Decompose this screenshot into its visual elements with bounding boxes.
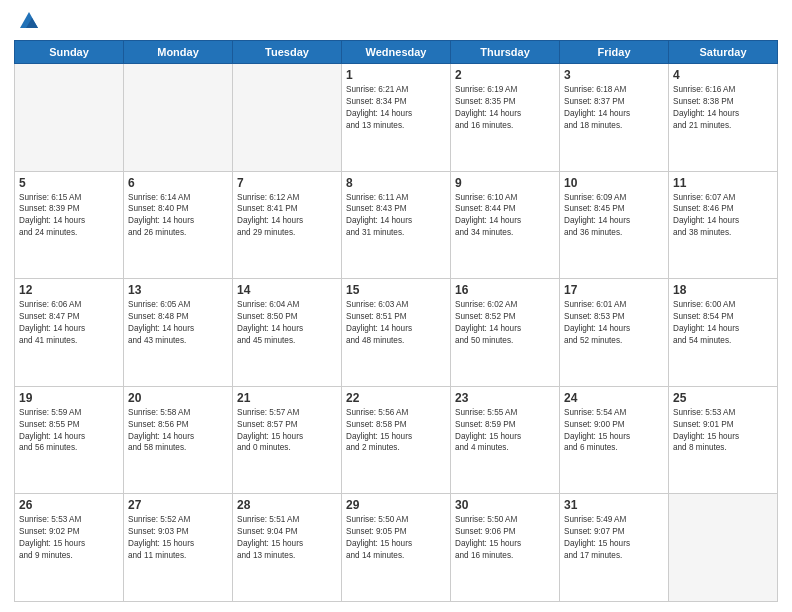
day-info: Sunrise: 6:05 AMSunset: 8:48 PMDaylight:… [128, 299, 228, 347]
table-row: 22Sunrise: 5:56 AMSunset: 8:58 PMDayligh… [342, 386, 451, 494]
logo [14, 10, 40, 32]
day-number: 25 [673, 391, 773, 405]
table-row: 30Sunrise: 5:50 AMSunset: 9:06 PMDayligh… [451, 494, 560, 602]
table-row: 18Sunrise: 6:00 AMSunset: 8:54 PMDayligh… [669, 279, 778, 387]
table-row: 17Sunrise: 6:01 AMSunset: 8:53 PMDayligh… [560, 279, 669, 387]
day-info: Sunrise: 5:54 AMSunset: 9:00 PMDaylight:… [564, 407, 664, 455]
table-row [233, 64, 342, 172]
day-number: 19 [19, 391, 119, 405]
table-row: 7Sunrise: 6:12 AMSunset: 8:41 PMDaylight… [233, 171, 342, 279]
day-info: Sunrise: 6:21 AMSunset: 8:34 PMDaylight:… [346, 84, 446, 132]
header-thursday: Thursday [451, 41, 560, 64]
calendar-week-row: 5Sunrise: 6:15 AMSunset: 8:39 PMDaylight… [15, 171, 778, 279]
table-row: 20Sunrise: 5:58 AMSunset: 8:56 PMDayligh… [124, 386, 233, 494]
day-number: 23 [455, 391, 555, 405]
table-row: 15Sunrise: 6:03 AMSunset: 8:51 PMDayligh… [342, 279, 451, 387]
table-row: 9Sunrise: 6:10 AMSunset: 8:44 PMDaylight… [451, 171, 560, 279]
calendar-week-row: 26Sunrise: 5:53 AMSunset: 9:02 PMDayligh… [15, 494, 778, 602]
page: Sunday Monday Tuesday Wednesday Thursday… [0, 0, 792, 612]
day-info: Sunrise: 5:50 AMSunset: 9:05 PMDaylight:… [346, 514, 446, 562]
table-row: 10Sunrise: 6:09 AMSunset: 8:45 PMDayligh… [560, 171, 669, 279]
table-row: 4Sunrise: 6:16 AMSunset: 8:38 PMDaylight… [669, 64, 778, 172]
table-row: 6Sunrise: 6:14 AMSunset: 8:40 PMDaylight… [124, 171, 233, 279]
day-info: Sunrise: 5:59 AMSunset: 8:55 PMDaylight:… [19, 407, 119, 455]
day-number: 6 [128, 176, 228, 190]
day-number: 17 [564, 283, 664, 297]
day-number: 1 [346, 68, 446, 82]
table-row [669, 494, 778, 602]
table-row: 1Sunrise: 6:21 AMSunset: 8:34 PMDaylight… [342, 64, 451, 172]
day-number: 3 [564, 68, 664, 82]
day-number: 22 [346, 391, 446, 405]
table-row: 14Sunrise: 6:04 AMSunset: 8:50 PMDayligh… [233, 279, 342, 387]
weekday-header-row: Sunday Monday Tuesday Wednesday Thursday… [15, 41, 778, 64]
day-number: 15 [346, 283, 446, 297]
table-row: 21Sunrise: 5:57 AMSunset: 8:57 PMDayligh… [233, 386, 342, 494]
day-number: 24 [564, 391, 664, 405]
header [14, 10, 778, 32]
table-row: 19Sunrise: 5:59 AMSunset: 8:55 PMDayligh… [15, 386, 124, 494]
day-info: Sunrise: 5:53 AMSunset: 9:01 PMDaylight:… [673, 407, 773, 455]
day-info: Sunrise: 6:14 AMSunset: 8:40 PMDaylight:… [128, 192, 228, 240]
table-row: 8Sunrise: 6:11 AMSunset: 8:43 PMDaylight… [342, 171, 451, 279]
calendar-week-row: 12Sunrise: 6:06 AMSunset: 8:47 PMDayligh… [15, 279, 778, 387]
day-info: Sunrise: 6:12 AMSunset: 8:41 PMDaylight:… [237, 192, 337, 240]
table-row: 29Sunrise: 5:50 AMSunset: 9:05 PMDayligh… [342, 494, 451, 602]
day-info: Sunrise: 6:04 AMSunset: 8:50 PMDaylight:… [237, 299, 337, 347]
day-info: Sunrise: 6:10 AMSunset: 8:44 PMDaylight:… [455, 192, 555, 240]
table-row: 24Sunrise: 5:54 AMSunset: 9:00 PMDayligh… [560, 386, 669, 494]
day-number: 16 [455, 283, 555, 297]
table-row: 25Sunrise: 5:53 AMSunset: 9:01 PMDayligh… [669, 386, 778, 494]
day-info: Sunrise: 5:50 AMSunset: 9:06 PMDaylight:… [455, 514, 555, 562]
day-number: 20 [128, 391, 228, 405]
calendar-table: Sunday Monday Tuesday Wednesday Thursday… [14, 40, 778, 602]
table-row: 26Sunrise: 5:53 AMSunset: 9:02 PMDayligh… [15, 494, 124, 602]
day-number: 8 [346, 176, 446, 190]
table-row: 31Sunrise: 5:49 AMSunset: 9:07 PMDayligh… [560, 494, 669, 602]
table-row [124, 64, 233, 172]
day-info: Sunrise: 6:11 AMSunset: 8:43 PMDaylight:… [346, 192, 446, 240]
table-row: 27Sunrise: 5:52 AMSunset: 9:03 PMDayligh… [124, 494, 233, 602]
day-info: Sunrise: 6:09 AMSunset: 8:45 PMDaylight:… [564, 192, 664, 240]
day-info: Sunrise: 6:01 AMSunset: 8:53 PMDaylight:… [564, 299, 664, 347]
day-info: Sunrise: 6:16 AMSunset: 8:38 PMDaylight:… [673, 84, 773, 132]
day-info: Sunrise: 6:02 AMSunset: 8:52 PMDaylight:… [455, 299, 555, 347]
day-number: 9 [455, 176, 555, 190]
day-info: Sunrise: 5:58 AMSunset: 8:56 PMDaylight:… [128, 407, 228, 455]
header-sunday: Sunday [15, 41, 124, 64]
day-info: Sunrise: 5:49 AMSunset: 9:07 PMDaylight:… [564, 514, 664, 562]
table-row: 16Sunrise: 6:02 AMSunset: 8:52 PMDayligh… [451, 279, 560, 387]
day-number: 11 [673, 176, 773, 190]
table-row: 28Sunrise: 5:51 AMSunset: 9:04 PMDayligh… [233, 494, 342, 602]
day-number: 27 [128, 498, 228, 512]
day-info: Sunrise: 6:07 AMSunset: 8:46 PMDaylight:… [673, 192, 773, 240]
day-info: Sunrise: 6:00 AMSunset: 8:54 PMDaylight:… [673, 299, 773, 347]
day-info: Sunrise: 5:53 AMSunset: 9:02 PMDaylight:… [19, 514, 119, 562]
table-row: 3Sunrise: 6:18 AMSunset: 8:37 PMDaylight… [560, 64, 669, 172]
day-number: 26 [19, 498, 119, 512]
day-info: Sunrise: 5:52 AMSunset: 9:03 PMDaylight:… [128, 514, 228, 562]
header-saturday: Saturday [669, 41, 778, 64]
table-row: 5Sunrise: 6:15 AMSunset: 8:39 PMDaylight… [15, 171, 124, 279]
table-row: 12Sunrise: 6:06 AMSunset: 8:47 PMDayligh… [15, 279, 124, 387]
day-info: Sunrise: 5:55 AMSunset: 8:59 PMDaylight:… [455, 407, 555, 455]
day-number: 21 [237, 391, 337, 405]
day-info: Sunrise: 6:06 AMSunset: 8:47 PMDaylight:… [19, 299, 119, 347]
day-number: 7 [237, 176, 337, 190]
day-number: 13 [128, 283, 228, 297]
header-wednesday: Wednesday [342, 41, 451, 64]
calendar-week-row: 19Sunrise: 5:59 AMSunset: 8:55 PMDayligh… [15, 386, 778, 494]
day-number: 18 [673, 283, 773, 297]
table-row: 13Sunrise: 6:05 AMSunset: 8:48 PMDayligh… [124, 279, 233, 387]
logo-icon [18, 10, 40, 32]
day-info: Sunrise: 6:03 AMSunset: 8:51 PMDaylight:… [346, 299, 446, 347]
day-number: 12 [19, 283, 119, 297]
table-row [15, 64, 124, 172]
day-number: 10 [564, 176, 664, 190]
day-number: 31 [564, 498, 664, 512]
table-row: 11Sunrise: 6:07 AMSunset: 8:46 PMDayligh… [669, 171, 778, 279]
day-number: 5 [19, 176, 119, 190]
day-info: Sunrise: 5:51 AMSunset: 9:04 PMDaylight:… [237, 514, 337, 562]
day-number: 2 [455, 68, 555, 82]
day-info: Sunrise: 6:15 AMSunset: 8:39 PMDaylight:… [19, 192, 119, 240]
